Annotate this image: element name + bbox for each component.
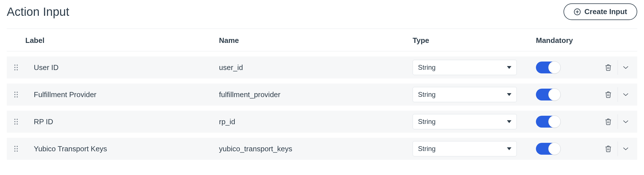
type-select[interactable]: String — [413, 141, 517, 156]
th-mandatory: Mandatory — [536, 36, 632, 45]
svg-point-18 — [17, 119, 18, 120]
svg-marker-30 — [507, 147, 511, 150]
svg-point-6 — [17, 67, 18, 68]
trash-icon — [605, 91, 612, 99]
svg-point-13 — [17, 94, 18, 95]
mandatory-toggle[interactable] — [536, 89, 560, 100]
drag-handle-icon[interactable] — [7, 146, 25, 152]
svg-point-12 — [14, 94, 15, 95]
trash-icon — [605, 118, 612, 126]
row-name: rp_id — [219, 117, 413, 126]
svg-point-11 — [17, 92, 18, 93]
mandatory-toggle[interactable] — [536, 116, 560, 128]
divider — [618, 141, 618, 156]
chevron-down-icon — [507, 120, 511, 123]
svg-point-8 — [17, 69, 18, 70]
svg-point-26 — [14, 148, 15, 149]
chevron-down-icon — [623, 147, 629, 151]
mandatory-toggle[interactable] — [536, 143, 560, 155]
svg-point-25 — [17, 146, 18, 147]
row-label: RP ID — [25, 117, 219, 126]
svg-point-15 — [17, 96, 18, 97]
th-name: Name — [219, 36, 413, 45]
mandatory-toggle[interactable] — [536, 62, 560, 73]
trash-icon — [605, 145, 612, 153]
svg-point-20 — [17, 121, 18, 122]
svg-point-17 — [14, 119, 15, 120]
section-header: Action Input Create Input — [7, 0, 637, 29]
row-name: user_id — [219, 63, 413, 72]
svg-point-29 — [17, 150, 18, 152]
svg-marker-9 — [507, 66, 511, 69]
svg-point-10 — [14, 92, 15, 93]
divider — [618, 60, 618, 75]
svg-point-19 — [14, 121, 15, 122]
svg-point-24 — [14, 146, 15, 147]
input-row: User ID user_id String — [7, 56, 637, 78]
trash-icon — [605, 64, 612, 71]
expand-button[interactable] — [620, 87, 632, 102]
input-row: RP ID rp_id String — [7, 111, 637, 133]
svg-point-28 — [14, 150, 15, 152]
svg-point-4 — [17, 65, 18, 66]
expand-button[interactable] — [620, 60, 632, 75]
type-select[interactable]: String — [413, 114, 517, 129]
chevron-down-icon — [507, 93, 511, 96]
type-select-value: String — [418, 145, 436, 153]
svg-point-5 — [14, 67, 15, 68]
chevron-down-icon — [623, 120, 629, 124]
row-label: Yubico Transport Keys — [25, 145, 219, 153]
type-select[interactable]: String — [413, 60, 517, 75]
divider — [618, 114, 618, 129]
type-select-value: String — [418, 64, 436, 71]
expand-button[interactable] — [620, 141, 632, 156]
expand-button[interactable] — [620, 114, 632, 129]
row-label: User ID — [25, 63, 219, 72]
delete-button[interactable] — [602, 114, 614, 129]
divider — [618, 87, 618, 102]
svg-point-3 — [14, 65, 15, 66]
input-row: Fulfillment Provider fulfillment_provide… — [7, 84, 637, 106]
plus-circle-icon — [574, 8, 581, 16]
svg-marker-16 — [507, 93, 511, 96]
drag-handle-icon[interactable] — [7, 91, 25, 98]
page-title: Action Input — [7, 5, 69, 19]
svg-point-14 — [14, 96, 15, 97]
svg-point-7 — [14, 69, 15, 70]
drag-handle-icon[interactable] — [7, 119, 25, 125]
svg-point-27 — [17, 148, 18, 149]
chevron-down-icon — [507, 147, 511, 150]
chevron-down-icon — [623, 93, 629, 97]
type-select[interactable]: String — [413, 87, 517, 102]
row-label: Fulfillment Provider — [25, 90, 219, 99]
svg-point-22 — [17, 123, 18, 124]
chevron-down-icon — [507, 66, 511, 69]
svg-point-21 — [14, 123, 15, 124]
chevron-down-icon — [623, 65, 629, 69]
row-name: fulfillment_provider — [219, 90, 413, 99]
delete-button[interactable] — [602, 141, 614, 156]
create-input-label: Create Input — [584, 7, 627, 16]
delete-button[interactable] — [602, 87, 614, 102]
input-row: Yubico Transport Keys yubico_transport_k… — [7, 138, 637, 160]
delete-button[interactable] — [602, 60, 614, 75]
table-header: Label Name Type Mandatory — [7, 29, 637, 51]
row-name: yubico_transport_keys — [219, 145, 413, 153]
drag-handle-icon[interactable] — [7, 64, 25, 71]
type-select-value: String — [418, 118, 436, 126]
th-type: Type — [413, 36, 536, 45]
create-input-button[interactable]: Create Input — [564, 3, 637, 20]
type-select-value: String — [418, 91, 436, 99]
th-label: Label — [25, 36, 219, 45]
svg-marker-23 — [507, 120, 511, 123]
